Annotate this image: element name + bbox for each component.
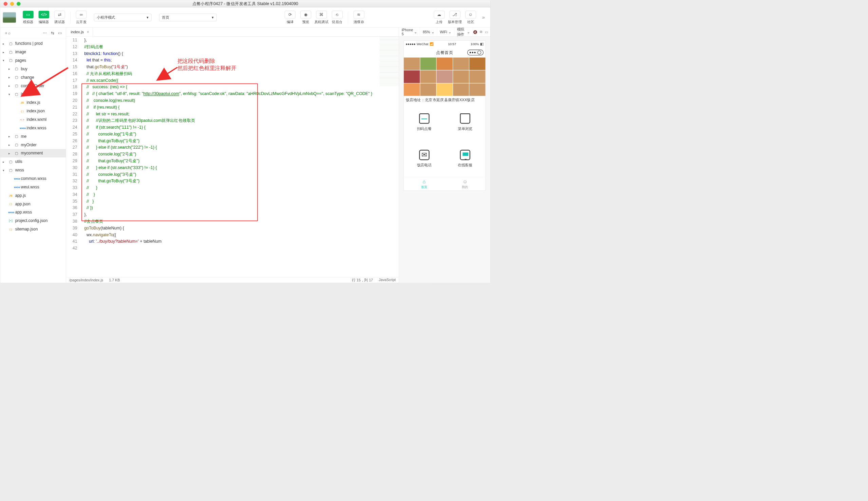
- tree-item-index-json[interactable]: { }index.json: [0, 107, 66, 115]
- chevron-down-icon: ▾: [147, 15, 149, 20]
- wxss-icon: wxss: [14, 186, 19, 188]
- debug-icon: ⇄: [54, 11, 65, 18]
- tab-mine[interactable]: ☺我的: [445, 177, 485, 190]
- editor-button[interactable]: </>编辑器: [37, 10, 51, 25]
- wifi-icon: 📶: [430, 42, 434, 46]
- json-icon: { }: [8, 202, 13, 205]
- js-icon: JS: [20, 101, 25, 104]
- debugger-button[interactable]: ⇄调试器: [53, 10, 66, 25]
- tree-item-app-wxss[interactable]: wxssapp.wxss: [0, 208, 66, 216]
- tree-item-utils[interactable]: ▸▢utils: [0, 158, 66, 166]
- more-icon[interactable]: ⋯: [43, 30, 47, 35]
- user-icon: ☺: [463, 179, 468, 185]
- settings-icon[interactable]: ▭: [58, 30, 62, 35]
- mute-icon[interactable]: 🔇: [473, 30, 477, 34]
- folder-icon: ▢: [14, 75, 19, 79]
- simulator-button[interactable]: ▭模拟器: [21, 10, 35, 25]
- tab-index-js[interactable]: index.js ×: [66, 28, 93, 37]
- folder-icon: ▢: [14, 67, 19, 71]
- bug-icon: ⌘: [316, 11, 327, 18]
- tree-item-common-wxss[interactable]: wxsscommon.wxss: [0, 174, 66, 183]
- background-button[interactable]: ⎋切后台: [330, 10, 344, 25]
- folder-icon: ▢: [14, 84, 19, 88]
- mode-select[interactable]: 小程序模式▾: [94, 13, 152, 21]
- chevron-down-icon: ⌄: [448, 30, 451, 34]
- add-file-button[interactable]: ＋: [4, 30, 8, 36]
- page-select[interactable]: 首页▾: [159, 13, 217, 21]
- phone-tab-bar: ⌂首页 ☺我的: [404, 177, 486, 190]
- tree-item-pages[interactable]: ▾▢pages: [0, 56, 66, 65]
- folder-icon: ▢: [8, 41, 13, 45]
- annotation-text: 把这段代码删除 然后把红色框里注释解开: [177, 58, 237, 72]
- zoom-select[interactable]: 85% ⌄: [420, 28, 437, 37]
- tree-item-sitemap-json[interactable]: { }sitemap.json: [0, 225, 66, 234]
- folder-icon: ▢: [14, 92, 19, 96]
- tree-item-image[interactable]: ▸▢image: [0, 48, 66, 56]
- cfg-icon: {∘}: [8, 219, 13, 222]
- more-button[interactable]: »: [479, 14, 488, 20]
- preview-button[interactable]: ◉预览: [299, 10, 313, 25]
- tree-item-app-json[interactable]: { }app.json: [0, 200, 66, 208]
- folder-icon: ▢: [8, 160, 13, 163]
- phone-preview[interactable]: ●●●●●WeChat📶 10:57 100%▮▯ 点餐首页 饭店地址：北京市延…: [403, 40, 486, 190]
- tree-item-weui-wxss[interactable]: wxssweui.wxss: [0, 183, 66, 191]
- folder-icon: ▢: [14, 142, 19, 147]
- tab-home[interactable]: ⌂首页: [404, 177, 445, 190]
- tree-item-wxss[interactable]: ▾▢wxss: [0, 166, 66, 174]
- detach-icon[interactable]: ⧉: [480, 30, 482, 34]
- online-service-button[interactable]: 在线客服: [445, 140, 485, 177]
- network-select[interactable]: WiFi ⌄: [437, 28, 454, 37]
- clear-cache-button[interactable]: ≋清缓存: [352, 10, 366, 25]
- minimap[interactable]: [380, 37, 399, 87]
- folder-icon: ▢: [8, 168, 13, 172]
- remote-debug-button[interactable]: ⌘真机调试: [315, 10, 328, 25]
- tree-item-app-js[interactable]: JSapp.js: [0, 191, 66, 200]
- chevron-down-icon: ⌄: [414, 30, 417, 34]
- capsule-button[interactable]: [467, 50, 484, 55]
- menu-browse-button[interactable]: 菜单浏览: [445, 104, 485, 140]
- js-icon: JS: [8, 194, 13, 197]
- tree-item-myorder[interactable]: ▸▢myOrder: [0, 140, 66, 149]
- folder-icon: ▢: [8, 58, 13, 63]
- action-select[interactable]: 模拟操作 ⌄: [454, 28, 473, 37]
- project-avatar[interactable]: [3, 12, 15, 23]
- status-bar: /pages/index/index.js 1.7 KB 行 15，列 17 J…: [66, 277, 399, 283]
- tab-bar: index.js ×: [66, 28, 399, 37]
- folder-icon: ▢: [8, 50, 13, 54]
- collapse-sim-icon[interactable]: ▭: [485, 30, 488, 34]
- cloud-button[interactable]: ∞云开发: [74, 10, 88, 25]
- tree-item-index-js[interactable]: JSindex.js: [0, 98, 66, 107]
- code-lines[interactable]: }, //扫码点餐 btnclick1: function() { let th…: [80, 37, 399, 277]
- tree-item-me[interactable]: ▸▢me: [0, 132, 66, 140]
- json-icon: { }: [8, 228, 13, 231]
- tree-item-mycomment[interactable]: ▸▢mycomment: [0, 149, 66, 158]
- community-button[interactable]: ☺社区: [464, 10, 477, 25]
- upload-button[interactable]: ☁上传: [432, 10, 446, 25]
- tree-item-index-wxss[interactable]: wxssindex.wxss: [0, 124, 66, 132]
- eye-icon: ◉: [300, 11, 311, 18]
- search-icon[interactable]: ⌕: [8, 30, 11, 35]
- compile-button[interactable]: ⟳编译: [283, 10, 297, 25]
- refresh-icon: ⟳: [285, 11, 295, 18]
- wxml-icon: < >: [20, 118, 25, 121]
- tree-item-functions---prod[interactable]: ▸▢functions | prod: [0, 39, 66, 48]
- chat-icon: ☺: [465, 11, 476, 18]
- chevron-down-icon: ⌄: [467, 30, 470, 34]
- stack-icon: ≋: [354, 11, 365, 18]
- food-grid[interactable]: [404, 58, 486, 96]
- collapse-icon[interactable]: ⇆: [51, 30, 54, 35]
- phone-icon: ▭: [23, 11, 34, 18]
- version-button[interactable]: ⎇版本管理: [448, 10, 462, 25]
- cursor-position: 行 15，列 17: [352, 278, 373, 283]
- tree-item-index-wxml[interactable]: < >index.wxml: [0, 115, 66, 124]
- code-area[interactable]: 1112131415161718192021222324252627282930…: [66, 37, 399, 277]
- scan-order-button[interactable]: 扫码点餐: [404, 104, 445, 140]
- chevron-down-icon: ▾: [212, 15, 214, 20]
- phone-call-button[interactable]: 饭店电话: [404, 140, 445, 177]
- battery-icon: ▮▯: [480, 42, 484, 46]
- tree-item-project-config-json[interactable]: {∘}project.config.json: [0, 216, 66, 225]
- device-select[interactable]: iPhone 5 ⌄: [399, 28, 420, 37]
- chevron-down-icon: ⌄: [431, 30, 434, 34]
- close-tab-icon[interactable]: ×: [87, 30, 89, 34]
- language-mode[interactable]: JavaScript: [379, 278, 396, 283]
